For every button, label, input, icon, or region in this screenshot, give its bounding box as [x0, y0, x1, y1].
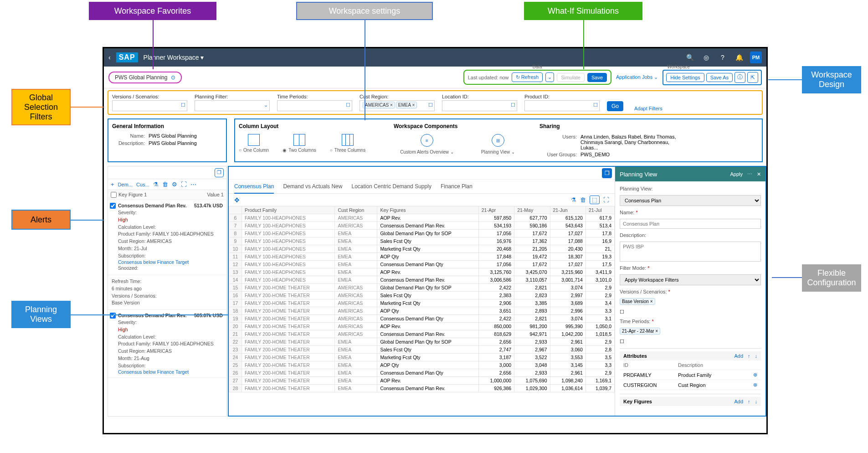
dropdown-icon[interactable]: ⌄ [264, 102, 268, 108]
value-help-icon[interactable]: ☐ [428, 102, 433, 108]
app-frame: ‹ SAP Planner Workspace ▾ 🔍 ◎ ? 🔔 PM PWS… [103, 47, 768, 434]
annot-flex: Flexible Configuration [802, 264, 861, 292]
versions-input[interactable]: Base Version × [620, 298, 761, 309]
attr-row: CUSTREGIONCust Region⊗ [620, 380, 761, 390]
remove-icon[interactable]: ⊗ [753, 382, 757, 388]
pv-config-title: Planning View [620, 171, 657, 178]
hide-settings-button[interactable]: Hide Settings [666, 73, 704, 82]
location-id-input[interactable] [442, 100, 517, 111]
value-help-icon[interactable]: ☐ [511, 102, 515, 108]
three-columns-option[interactable]: ○ Three Columns [330, 134, 365, 153]
token[interactable]: EMEA × [396, 102, 417, 108]
remove-icon[interactable]: ⊗ [753, 372, 757, 378]
col-key: Key Figure 1 [118, 192, 207, 198]
alert-card[interactable]: Consensus Demand Plan Rev.505.07k USD Se… [108, 310, 226, 378]
product-id-label: Product ID: [524, 94, 600, 99]
pv-component[interactable]: ⊞Planning View ⌄ [481, 134, 515, 154]
more-icon[interactable]: ⋯ [747, 171, 752, 177]
settings-icon[interactable]: ⚙ [172, 181, 177, 188]
notification-icon[interactable]: 🔔 [734, 52, 745, 63]
workspace-label: Workspace [667, 64, 690, 69]
add-link[interactable]: Add [734, 353, 743, 359]
value-help-icon[interactable]: ☐ [346, 102, 350, 108]
planning-filter-input[interactable] [195, 100, 270, 111]
go-button[interactable]: Go [607, 101, 623, 111]
alerts-component[interactable]: ≡Custom Alerts Overview ⌄ [400, 134, 453, 154]
name-label: Name: [620, 210, 761, 215]
save-as-button[interactable]: Save As [706, 73, 733, 82]
name-input[interactable] [620, 219, 761, 229]
two-columns-option[interactable]: ◉ Two Columns [282, 134, 316, 153]
close-icon[interactable]: ✕ [757, 171, 761, 177]
apply-link[interactable]: Apply [730, 171, 743, 177]
refresh-button[interactable]: ↻ Refresh [512, 72, 543, 82]
alert-meta-card: Refresh Time: 6 minutes ago Versions / S… [108, 275, 226, 310]
filter-icon[interactable]: ⚗ [153, 181, 159, 188]
up-icon[interactable]: ↑ [748, 399, 750, 404]
down-icon[interactable]: ↓ [755, 353, 758, 359]
favorite-pill[interactable]: PWS Global Planning ⊙ [108, 72, 182, 83]
versions-input[interactable] [112, 100, 187, 111]
adapt-filters-link[interactable]: Adapt Filters [634, 106, 663, 111]
alert-card[interactable]: Consensus Demand Plan Rev.513.47k USD Se… [108, 200, 226, 275]
grid-panel: ❐ Consensus Plan Demand vs Actuals New L… [229, 167, 615, 416]
info-icon[interactable]: ⓘ [734, 72, 745, 83]
panel-action-icon[interactable]: ❐ [215, 168, 224, 177]
workspace-design-group: Workspace Hide Settings Save As ⓘ ⇱ [663, 70, 762, 85]
time-periods-input[interactable] [277, 100, 352, 111]
tab-demand[interactable]: Demand vs Actuals New [283, 183, 342, 190]
filter-icon[interactable]: ⚗ [571, 196, 576, 203]
up-icon[interactable]: ↑ [748, 353, 750, 359]
filter-mode-select[interactable]: Apply Workspace Filters [620, 274, 761, 285]
planning-filter-label: Planning Filter: [195, 94, 270, 99]
data-action-group: Data Last updated: now ↻ Refresh ⌄ Simul… [463, 70, 611, 85]
share-icon[interactable]: ⇱ [747, 72, 758, 83]
add-link[interactable]: Add [734, 399, 743, 404]
tab-finance[interactable]: Finance Plan [441, 183, 473, 190]
tab-consensus[interactable]: Consensus Plan [234, 183, 274, 194]
fullscreen-icon[interactable]: ⛶ [181, 181, 187, 188]
alert-check[interactable] [110, 203, 116, 209]
last-updated: Last updated: now [468, 75, 509, 80]
refresh-dropdown[interactable]: ⌄ [545, 72, 554, 82]
select-all[interactable] [111, 192, 117, 198]
fullscreen-icon[interactable]: ⛶ [603, 196, 609, 203]
back-icon[interactable]: ‹ [108, 54, 111, 61]
value-help-icon[interactable]: ☐ [593, 102, 598, 108]
cust-region-input[interactable]: AMERICAS ×EMEA × [360, 100, 435, 111]
alert-check[interactable] [110, 313, 116, 319]
panel-action-icon[interactable]: ❐ [602, 168, 612, 178]
product-id-input[interactable] [524, 100, 600, 111]
help-icon[interactable]: ? [717, 52, 728, 63]
more-icon[interactable]: ⋯ [190, 181, 196, 188]
search-icon[interactable]: 🔍 [684, 52, 695, 63]
value-help-icon[interactable]: ☐ [181, 102, 185, 108]
value-help-icon[interactable]: ☐ [620, 309, 624, 314]
favorite-dropdown-icon[interactable]: ⊙ [171, 74, 175, 81]
one-column-option[interactable]: ○ One Column [239, 134, 269, 153]
down-icon[interactable]: ↓ [755, 399, 758, 404]
data-grid[interactable]: Product FamilyCust RegionKey Figures21-A… [229, 206, 615, 392]
annot-settings: Workspace settings [296, 2, 433, 20]
delete-icon[interactable]: 🗑 [162, 181, 168, 188]
tab-location[interactable]: Location Centric Demand Supply [351, 183, 431, 190]
move-icon[interactable]: ✥ [234, 196, 240, 204]
pv-select[interactable]: Consensus Plan [620, 195, 761, 206]
simulate-button[interactable]: Simulate [557, 73, 585, 82]
token[interactable]: AMERICAS × [363, 102, 395, 108]
add-icon[interactable]: + [111, 181, 114, 188]
alerts-list: Consensus Demand Plan Rev.513.47k USD Se… [108, 200, 226, 416]
chart-icon[interactable]: ⬚ [590, 196, 600, 204]
demand-link[interactable]: Dem... [118, 182, 133, 187]
avatar[interactable]: PM [750, 51, 762, 63]
application-jobs-link[interactable]: Application Jobs ⌄ [616, 74, 658, 80]
delete-icon[interactable]: 🗑 [580, 196, 586, 203]
time-periods-input[interactable]: 21-Apr - 22-Mar × [620, 328, 761, 339]
annot-pv: Planning Views [11, 301, 71, 328]
desc-input[interactable] [620, 242, 761, 262]
save-button[interactable]: Save [587, 73, 607, 82]
copilot-icon[interactable]: ◎ [701, 52, 712, 63]
custom-link[interactable]: Cus... [136, 182, 149, 187]
value-help-icon[interactable]: ☐ [620, 339, 624, 344]
annot-simulations: What-If Simulations [524, 2, 642, 20]
